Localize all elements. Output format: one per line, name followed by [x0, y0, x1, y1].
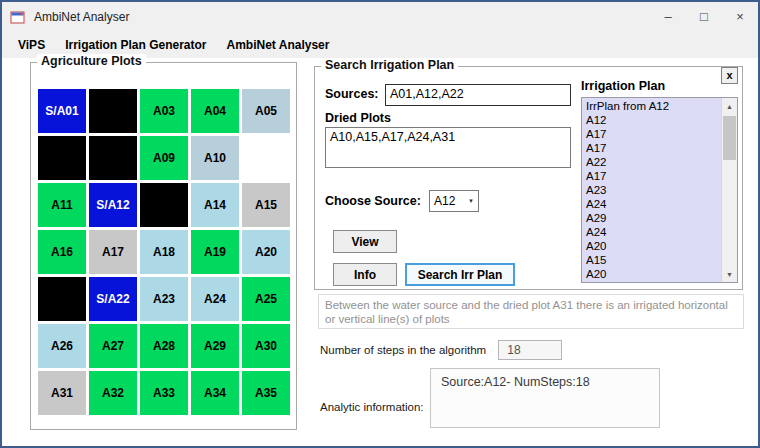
plot-cell-a34[interactable]: A34 [191, 371, 239, 415]
plot-cell-a25[interactable]: A25 [242, 277, 290, 321]
plan-list-item-6[interactable]: A23 [582, 183, 721, 197]
panel-close-button[interactable]: x [721, 67, 738, 84]
titlebar: AmbiNet Analyser – □ × [2, 2, 758, 32]
minimize-button[interactable]: – [650, 2, 686, 31]
menu-item-irrigation-plan-generator[interactable]: Irrigation Plan Generator [55, 34, 216, 56]
steps-row: Number of steps in the algorithm 18 [320, 340, 562, 360]
plot-cell-a03[interactable]: A03 [140, 89, 188, 133]
plot-cell-obstacle [38, 277, 86, 321]
plot-cell-a19[interactable]: A19 [191, 230, 239, 274]
plot-cell-a11[interactable]: A11 [38, 183, 86, 227]
agriculture-plots-title: Agriculture Plots [37, 54, 146, 68]
search-irrigation-plan-title: Search Irrigation Plan [321, 58, 458, 72]
window-title: AmbiNet Analyser [34, 10, 129, 24]
choose-source-combobox[interactable]: A12 ▼ [429, 190, 479, 212]
steps-label: Number of steps in the algorithm [320, 344, 486, 356]
window-controls: – □ × [650, 2, 758, 31]
plan-list-item-2[interactable]: A17 [582, 127, 721, 141]
plot-cell-a05[interactable]: A05 [242, 89, 290, 133]
plot-cell-a24[interactable]: A24 [191, 277, 239, 321]
sources-label: Sources: [325, 87, 379, 101]
plan-list-item-3[interactable]: A17 [582, 141, 721, 155]
plot-cell-obstacle [140, 183, 188, 227]
plot-cell-a33[interactable]: A33 [140, 371, 188, 415]
plan-description-note: Between the water source and the dried p… [318, 294, 744, 329]
combo-dropdown-arrow-icon: ▼ [468, 198, 474, 204]
app-icon [10, 9, 26, 25]
choose-source-label: Choose Source: [325, 194, 421, 208]
plot-cell-a31[interactable]: A31 [38, 371, 86, 415]
plan-list-item-0[interactable]: IrrPlan from A12 [582, 99, 721, 113]
plots-grid: S/A01A03A04A05A09A10A11S/A12A14A15A16A17… [38, 89, 290, 415]
menu-item-ambinet-analyser[interactable]: AmbiNet Analyser [217, 34, 340, 56]
plot-cell-a16[interactable]: A16 [38, 230, 86, 274]
view-button[interactable]: View [333, 230, 397, 253]
choose-source-value: A12 [434, 194, 455, 208]
plot-cell-a04[interactable]: A04 [191, 89, 239, 133]
plot-cell-a20[interactable]: A20 [242, 230, 290, 274]
analytic-info-field[interactable]: Source:A12- NumSteps:18 [430, 368, 660, 428]
irrigation-plan-list: IrrPlan from A12A12A17A17A22A17A23A24A29… [582, 99, 721, 282]
plot-cell-obstacle [89, 89, 137, 133]
plan-list-item-5[interactable]: A17 [582, 169, 721, 183]
plan-list-item-11[interactable]: A15 [582, 253, 721, 267]
plot-cell-a12[interactable]: S/A12 [89, 183, 137, 227]
plot-cell-a27[interactable]: A27 [89, 324, 137, 368]
plot-cell-a09[interactable]: A09 [140, 136, 188, 180]
plot-cell-obstacle [38, 136, 86, 180]
plot-cell-a22[interactable]: S/A22 [89, 277, 137, 321]
analytic-information-label: Analytic information: [320, 401, 424, 413]
plot-cell-a29[interactable]: A29 [191, 324, 239, 368]
agriculture-plots-group: Agriculture Plots S/A01A03A04A05A09A10A1… [30, 62, 297, 430]
plan-list-item-4[interactable]: A22 [582, 155, 721, 169]
plot-cell-a23[interactable]: A23 [140, 277, 188, 321]
plot-cell-a32[interactable]: A32 [89, 371, 137, 415]
scroll-down-icon[interactable]: ▼ [722, 266, 737, 282]
list-scrollbar[interactable]: ▲ ▼ [721, 98, 737, 282]
maximize-button[interactable]: □ [686, 2, 722, 31]
plot-cell-empty [242, 136, 290, 180]
irrigation-plan-label: Irrigation Plan [581, 79, 665, 93]
plan-list-item-10[interactable]: A20 [582, 239, 721, 253]
plan-list-item-1[interactable]: A12 [582, 113, 721, 127]
info-button[interactable]: Info [333, 263, 397, 286]
plan-list-item-9[interactable]: A24 [582, 225, 721, 239]
plan-list-item-12[interactable]: A20 [582, 267, 721, 281]
plot-cell-a35[interactable]: A35 [242, 371, 290, 415]
plot-cell-a30[interactable]: A30 [242, 324, 290, 368]
search-irrigation-plan-group: Search Irrigation Plan x Sources: A01,A1… [314, 66, 743, 290]
search-irr-plan-button[interactable]: Search Irr Plan [405, 263, 515, 286]
plan-list-item-7[interactable]: A24 [582, 197, 721, 211]
plot-cell-a10[interactable]: A10 [191, 136, 239, 180]
plot-cell-a18[interactable]: A18 [140, 230, 188, 274]
plot-cell-a28[interactable]: A28 [140, 324, 188, 368]
plot-cell-a14[interactable]: A14 [191, 183, 239, 227]
plot-cell-a01[interactable]: S/A01 [38, 89, 86, 133]
plot-cell-obstacle [89, 136, 137, 180]
sources-input[interactable]: A01,A12,A22 [385, 84, 571, 106]
plot-cell-a17[interactable]: A17 [89, 230, 137, 274]
dried-plots-input[interactable]: A10,A15,A17,A24,A31 [325, 127, 571, 168]
irrigation-plan-listbox: IrrPlan from A12A12A17A17A22A17A23A24A29… [581, 97, 738, 283]
dried-plots-label: Dried Plots [325, 111, 391, 125]
plot-cell-a15[interactable]: A15 [242, 183, 290, 227]
scroll-up-icon[interactable]: ▲ [722, 98, 737, 114]
app-window: AmbiNet Analyser – □ × ViPSIrrigation Pl… [0, 0, 760, 448]
plot-cell-a26[interactable]: A26 [38, 324, 86, 368]
steps-count-field[interactable]: 18 [498, 340, 562, 360]
plan-list-item-8[interactable]: A29 [582, 211, 721, 225]
scrollbar-thumb[interactable] [723, 116, 736, 160]
menu-item-vips[interactable]: ViPS [8, 34, 55, 56]
close-button[interactable]: × [722, 2, 758, 31]
